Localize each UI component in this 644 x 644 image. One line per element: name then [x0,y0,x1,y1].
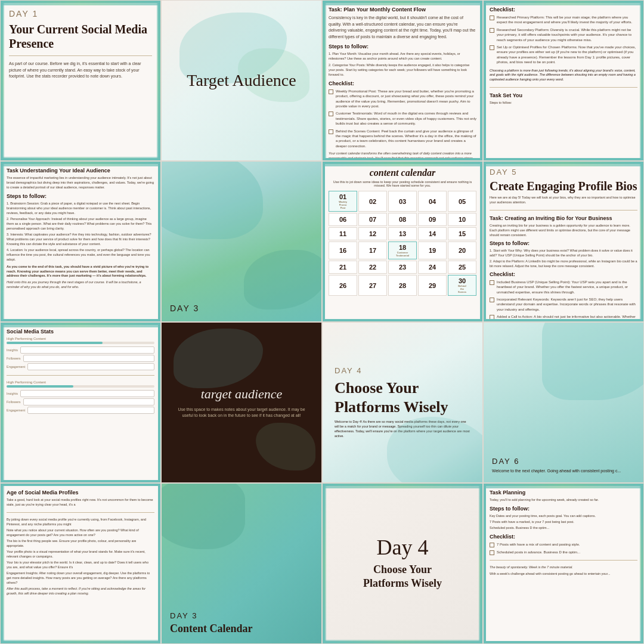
cal-cell-16: 16 [329,242,357,259]
day5-check1: Included Business USP (Unique Selling Po… [490,280,637,295]
cal-cell-17: 17 [358,242,387,259]
cal-cell-15: 15 [448,227,476,240]
teal-accent-left-c31 [1,323,4,482]
checkbox-icon [329,112,333,116]
day5-intro: Here we are at day 5! Today we will look… [490,196,637,205]
cal-cell-01: 01 WeeklyPromoPost [329,191,357,212]
teal-accent-bottom-c43 [323,640,482,643]
stat-engagement-label2: Engagement [7,408,25,412]
cal-cell-25: 25 [448,261,476,274]
stat-field-row-2c: Engagement [7,407,154,414]
calendar-subtitle: Use this to jot down some ideas to keep … [329,180,476,187]
teal-accent-top-c13 [323,1,482,5]
c21-step2: 2. Personalise Your Approach: Instead of… [7,217,154,231]
teal-accent-left-c21 [1,162,4,321]
card-day3-content-cal: Day 3 [161,161,322,322]
teal-accent-top-1 [1,1,160,5]
checklist-weekly-promo: Weekly Promotional Post: These are your … [329,89,476,109]
c14-task-label: Task Set You [490,92,637,98]
cal-cell-20: 20 [448,242,476,259]
c44-step3: Scheduled posts. Business D the optim... [490,526,637,531]
stat-field-row-2a: Insights [7,390,154,397]
c21-step1: 1. Brainstorm Session: Grab a piece of p… [7,202,154,216]
checklist-secondary-platform: Researched Secondary Platform: Diversity… [490,27,637,42]
c41-step1: By jotting down every social media profi… [7,518,154,527]
c14-checklist-heading: Checklist: [490,7,637,13]
card-day6: Day 6 Welcome to the next chapter. Going… [483,322,644,483]
content-flow-step1: 1. Plan Your Month: Visualise your month… [329,52,476,61]
teal-accent-left-1 [1,1,4,160]
stat-insights-input2[interactable] [20,390,154,397]
cal-cell-19: 19 [418,242,447,259]
stat-insights-input1[interactable] [20,346,154,354]
teal-accent-bottom-c41 [1,640,160,643]
stat-followers-label1: Followers [7,357,21,360]
card-target-audience-header: Target Audience [161,0,322,161]
teal-accent-top-c31 [1,323,160,327]
c44-step2: 7 Posts with have a marked, is your 7 po… [490,520,637,525]
divider-c24 [490,210,637,210]
stat-label2: High Performing Content [7,380,154,384]
c41-step2: Note what you notice about your current … [7,528,154,538]
c41-step5: Your bio is your elevator pitch to the w… [7,561,154,570]
checkbox-icon [490,298,494,302]
stat-followers-input1[interactable] [23,355,154,362]
card-day4-platforms: Day 4 Choose Your Platforms Wisely Welco… [322,322,483,483]
checkbox-icon [490,45,494,50]
checkbox-icon [490,315,494,320]
teal-accent-bottom-1 [1,157,160,160]
day5-steps-title: Steps to follow: [490,240,637,246]
card-day3-footer: Day 3 Content Calendar [161,483,322,644]
c41-step6: Engagement Insights: After noting down y… [7,571,154,586]
divider-c44 [490,560,637,561]
c44-steps-title: Steps to follow: [490,506,637,512]
day4-label: Day 4 [335,366,470,375]
blob-dark-1 [174,329,263,388]
day5-step1: 1. Start with Your Why: Why does your bu… [490,249,637,258]
card-ideal-audience-task: Task Understanding Your Ideal Audience T… [0,161,161,322]
c21-step3: 3. Interests: What captivates your audie… [7,233,154,247]
cal-cell-30: 30 BehindtheScenes [448,275,476,296]
cal-cell-27: 27 [358,275,387,296]
teal-accent-top-c14 [484,1,643,5]
stat-bar-bg-1 [7,342,154,344]
divider-stats [7,375,154,376]
teal-accent-left-c13 [323,1,326,160]
cal-cell-18: 18 CustomerTestimonial [388,242,417,259]
stat-engagement-input1[interactable] [27,363,154,370]
checkbox-icon [329,89,333,94]
content-cal-footer-title: Content Calendar [170,623,313,635]
teal-accent-right-c24 [640,162,643,321]
cal-cell-21: 21 [329,261,357,274]
stat-bar-fill-2 [7,385,73,388]
cal-cell-09: 09 [418,213,447,226]
blob-c22-1 [161,161,263,239]
c44-task-title: Task Planning [490,490,637,496]
calendar-grid: 01 WeeklyPromoPost 02 03 04 05 06 07 08 … [329,191,476,296]
c21-closing-text: Hold onto this as you journey through th… [7,280,154,290]
cal-cell-10: 10 [448,213,476,226]
teal-accent-left-c41 [1,484,4,643]
divider-c14 [490,87,637,88]
divider-1 [9,55,152,56]
stat-followers-input2[interactable] [23,398,154,405]
checklist-setup-profiles: Set Up or Optimised Profiles for Chosen … [490,45,637,65]
c44-cta: With a week's challenge ahead with consi… [490,572,637,577]
stat-engagement-input2[interactable] [27,407,154,414]
c44-intro: Today, you'll to add planning for the up… [490,498,637,503]
checklist-testimonials: Customer Testimonials: Word of mouth in … [329,111,476,126]
teal-accent-top-c43 [323,484,482,488]
cal-cell-26: 26 [329,275,357,296]
stat-field-row-1a: Insights [7,346,154,354]
c41-intro: Take a good, hard look at your social me… [7,498,154,507]
checkbox-icon [490,543,494,547]
c41-heading: Age of Social Media Profiles [7,490,154,496]
cal-cell-23: 23 [388,261,417,274]
day5-checklist-title: Checklist: [490,271,637,277]
cal-cell-06: 06 [329,213,357,226]
blob-c33-1 [387,417,483,483]
card-day1-social-presence: Day 1 Your Current Social Media Presence… [0,0,161,161]
cal-cell-11: 11 [329,227,357,240]
cal-cell-04: 04 [418,191,447,212]
card-target-audience-dark: target audience Use this space to makes … [161,322,322,483]
